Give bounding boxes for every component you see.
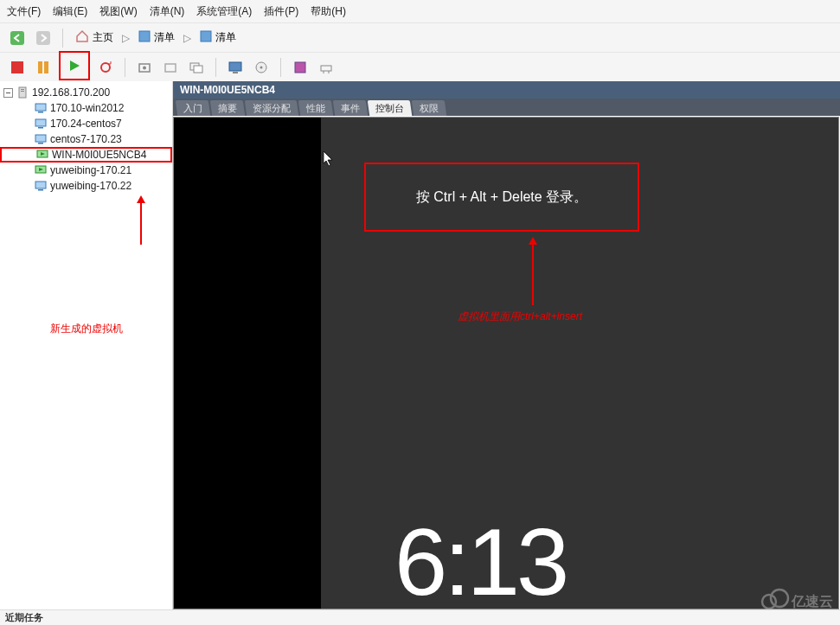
svg-rect-2 [139,31,150,41]
console-black-edge [174,118,321,609]
vm-icon [35,134,47,144]
home-icon [75,29,89,46]
svg-rect-23 [21,91,24,92]
svg-rect-28 [35,135,46,142]
svg-rect-6 [44,61,48,73]
tab-performance[interactable]: 性能 [298,100,334,116]
vm-running-icon [36,150,48,160]
vm-icon [35,118,47,129]
console-button[interactable] [225,57,246,78]
menu-admin[interactable]: 系统管理(A) [196,4,252,19]
toolbar-actions [0,52,840,81]
tab-events[interactable]: 事件 [333,100,369,116]
svg-point-16 [260,66,263,68]
back-button[interactable] [7,28,28,48]
tree-item-label: centos7-170.23 [50,133,122,145]
play-button-highlight [59,51,90,80]
snapshot-revert-button[interactable] [160,57,181,78]
tree-item-label: WIN-M0I0UE5NCB4 [52,149,146,161]
vm-icon [35,103,47,113]
svg-rect-3 [201,31,211,41]
inventory-icon [200,30,212,45]
status-recent-tasks[interactable]: 近期任务 [5,611,43,624]
svg-point-34 [762,595,776,609]
forward-button[interactable] [33,28,54,48]
breadcrumb-separator-icon: ▷ [183,32,191,44]
floppy-button[interactable] [290,57,311,78]
svg-rect-33 [38,189,43,191]
tab-console[interactable]: 控制台 [368,100,413,116]
tab-strip: 入门 摘要 资源分配 性能 事件 控制台 权限 [173,99,840,116]
tree-vm-item[interactable]: centos7-170.23 [0,131,172,147]
inventory-tree: 192.168.170.200 170.10-win2012 170.24-ce… [0,81,173,609]
menu-plugins[interactable]: 插件(P) [264,4,298,19]
menu-file[interactable]: 文件(F) [7,4,41,19]
tree-item-label: yuweibing-170.21 [50,164,131,176]
tree-vm-item[interactable]: 170.10-win2012 [0,100,172,116]
tab-resource-allocation[interactable]: 资源分配 [245,100,299,116]
svg-rect-24 [35,104,46,111]
vm-running-icon [35,165,47,175]
tree-vm-item-selected[interactable]: WIN-M0I0UE5NCB4 [0,147,172,163]
tree-item-label: 170.10-win2012 [50,102,124,114]
annotation-ctrl-hint: 虚拟机里面用ctrl+alt+insert [458,309,582,324]
tree-root-label: 192.168.170.200 [32,86,110,99]
snapshot-manager-button[interactable] [186,57,207,78]
menu-inventory[interactable]: 清单(N) [150,4,185,19]
console-view[interactable]: 按 Ctrl + Alt + Delete 登录。 虚拟机里面用ctrl+alt… [173,117,839,609]
vm-icon [35,181,47,191]
breadcrumb-home[interactable]: 主页 [72,29,117,46]
annotation-new-vm: 新生成的虚拟机 [0,322,172,336]
login-prompt-highlight: 按 Ctrl + Alt + Delete 登录。 [364,163,639,232]
network-button[interactable] [316,57,337,78]
svg-rect-5 [38,61,42,73]
tab-permissions[interactable]: 权限 [412,100,447,116]
status-bar: 近期任务 [0,609,840,625]
svg-rect-17 [295,62,305,73]
watermark-text: 亿速云 [791,594,833,609]
menu-view[interactable]: 视图(W) [99,4,137,19]
svg-rect-0 [10,31,24,45]
login-prompt-text: 按 Ctrl + Alt + Delete 登录。 [416,188,587,207]
svg-point-9 [143,66,146,69]
svg-rect-14 [233,72,238,73]
breadcrumb-inv1-label: 清单 [154,30,175,45]
menu-bar: 文件(F) 编辑(E) 视图(W) 清单(N) 系统管理(A) 插件(P) 帮助… [0,0,840,22]
svg-rect-27 [38,127,43,129]
svg-rect-10 [165,64,176,72]
tab-summary[interactable]: 摘要 [210,100,246,116]
svg-rect-22 [21,89,24,90]
vm-title: WIN-M0I0UE5NCB4 [180,84,275,96]
svg-rect-4 [11,61,23,73]
tree-vm-item[interactable]: yuweibing-170.22 [0,178,172,194]
vm-title-bar: WIN-M0I0UE5NCB4 [173,81,840,99]
svg-rect-21 [19,87,26,98]
breadcrumb-inventory-1[interactable]: 清单 [135,30,178,45]
restart-button[interactable] [95,57,116,78]
menu-help[interactable]: 帮助(H) [311,4,346,19]
main-split: 192.168.170.200 170.10-win2012 170.24-ce… [0,81,840,609]
inventory-icon [138,30,151,45]
cd-button[interactable] [251,57,272,78]
breadcrumb-separator-icon: ▷ [122,32,130,44]
tree-root-host[interactable]: 192.168.170.200 [0,85,172,100]
svg-rect-18 [321,66,331,71]
tab-getting-started[interactable]: 入门 [176,100,211,116]
toolbar-nav: 主页 ▷ 清单 ▷ 清单 [0,22,840,52]
svg-rect-25 [38,112,43,113]
tree-vm-item[interactable]: 170.24-centos7 [0,116,172,131]
lock-screen-clock: 6:13 [394,507,566,609]
play-button[interactable] [64,55,85,76]
collapse-icon[interactable] [3,88,13,98]
cursor-pointer-icon [323,150,335,170]
tree-vm-item[interactable]: yuweibing-170.21 [0,163,172,178]
stop-button[interactable] [7,57,28,78]
svg-rect-26 [35,119,46,126]
tree-item-label: yuweibing-170.22 [50,180,131,192]
svg-rect-13 [229,62,241,71]
svg-rect-29 [38,143,43,144]
breadcrumb-inventory-2[interactable]: 清单 [196,30,240,45]
menu-edit[interactable]: 编辑(E) [53,4,87,19]
pause-button[interactable] [33,57,54,78]
snapshot-button[interactable] [134,57,155,78]
